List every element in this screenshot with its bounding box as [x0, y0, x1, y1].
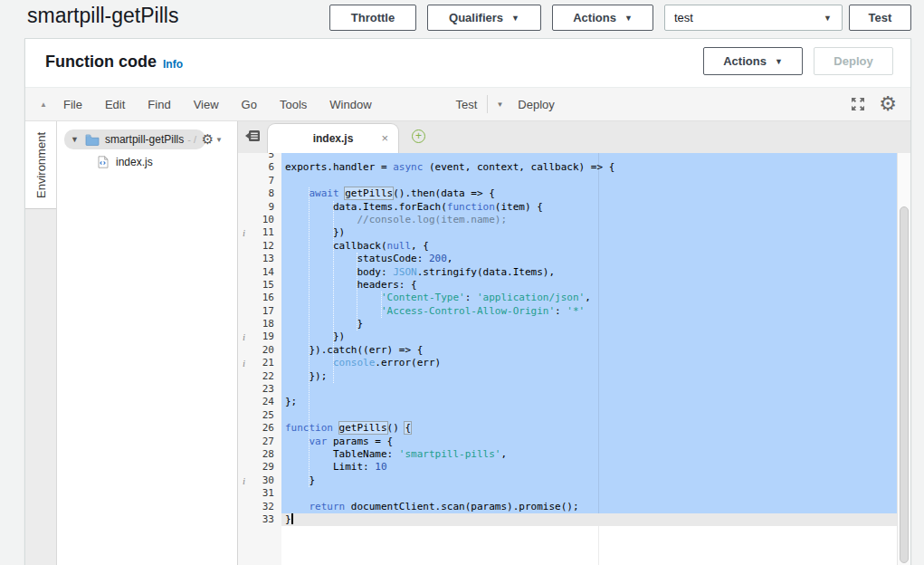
code-line[interactable]: 5	[238, 153, 897, 161]
code-text[interactable]: Limit: 10	[281, 461, 897, 474]
menu-go[interactable]: Go	[242, 98, 257, 111]
code-line[interactable]: 22 });	[238, 370, 897, 383]
gutter-line-number[interactable]: 14	[238, 266, 281, 279]
menu-view[interactable]: View	[194, 98, 219, 111]
gutter-line-number[interactable]: 9	[238, 201, 281, 214]
code-line[interactable]: 33}	[238, 513, 897, 526]
code-text[interactable]: TableName: 'smartpill-pills',	[281, 448, 897, 461]
code-text[interactable]	[281, 409, 897, 422]
code-line[interactable]: 29 Limit: 10	[238, 461, 897, 474]
gutter-line-number[interactable]: 23	[238, 383, 281, 396]
gutter-line-number[interactable]: 17	[238, 305, 281, 318]
code-text[interactable]	[281, 175, 897, 187]
gutter-line-number[interactable]: 28	[238, 448, 281, 461]
gutter-line-number[interactable]: 26	[238, 422, 281, 435]
deploy-button-disabled[interactable]: Deploy	[814, 47, 893, 75]
test-button[interactable]: Test	[849, 5, 911, 31]
code-text[interactable]: 'Content-Type': 'application/json',	[281, 292, 897, 304]
code-line[interactable]: 15 headers: {	[238, 279, 897, 292]
gutter-line-number[interactable]: i19	[238, 330, 281, 343]
code-text[interactable]	[281, 487, 897, 500]
gutter-line-number[interactable]: 25	[238, 409, 281, 422]
info-marker-icon[interactable]: i	[243, 474, 245, 487]
code-editor[interactable]: 56exports.handler = async (event, contex…	[238, 153, 910, 565]
tree-settings-gear-icon[interactable]: ⚙▼	[202, 131, 223, 148]
code-text[interactable]	[281, 153, 897, 161]
menu-tools[interactable]: Tools	[280, 98, 307, 111]
code-line[interactable]: 17 'Access-Control-Allow-Origin': '*'	[238, 305, 897, 318]
info-link[interactable]: Info	[163, 58, 183, 71]
code-line[interactable]: 24};	[238, 396, 897, 408]
code-line[interactable]: 8 await getPills().then(data => {	[238, 187, 897, 200]
gutter-line-number[interactable]: i30	[238, 474, 281, 487]
code-line[interactable]: 20 }).catch((err) => {	[238, 344, 897, 357]
gutter-line-number[interactable]: 29	[238, 461, 281, 474]
gutter-line-number[interactable]: 20	[238, 344, 281, 357]
tab-indexjs[interactable]: index.js ×	[267, 123, 399, 153]
code-text[interactable]: }	[281, 474, 897, 487]
menu-window[interactable]: Window	[329, 98, 371, 111]
gutter-line-number[interactable]: 27	[238, 436, 281, 448]
collapse-menubar-icon[interactable]: ▲	[40, 101, 63, 109]
scrollbar-thumb[interactable]	[900, 206, 909, 563]
code-text[interactable]: }	[281, 513, 897, 526]
info-marker-icon[interactable]: i	[243, 226, 245, 239]
code-line[interactable]: 26function getPills() {	[238, 422, 897, 435]
gutter-line-number[interactable]: 24	[238, 396, 281, 408]
settings-gear-icon[interactable]: ⚙	[879, 94, 897, 114]
menu-file[interactable]: File	[63, 98, 82, 111]
code-line[interactable]: i11 })	[238, 226, 897, 239]
code-line[interactable]: 27 var params = {	[238, 436, 897, 448]
code-line[interactable]: 23	[238, 383, 897, 396]
gutter-line-number[interactable]: 8	[238, 187, 281, 200]
gutter-line-number[interactable]: 7	[238, 175, 281, 187]
code-line[interactable]: i21 console.error(err)	[238, 357, 897, 369]
actions-dropdown-button[interactable]: Actions ▼	[552, 5, 653, 31]
test-event-select[interactable]: test ▼	[664, 5, 843, 31]
tab-list-icon[interactable]	[245, 129, 261, 142]
code-text[interactable]: exports.handler = async (event, context,…	[281, 161, 897, 174]
code-text[interactable]: return documentClient.scan(params).promi…	[281, 501, 897, 513]
code-line[interactable]: 7	[238, 175, 897, 187]
code-lines[interactable]: 56exports.handler = async (event, contex…	[238, 153, 897, 526]
menu-deploy[interactable]: Deploy	[518, 98, 554, 111]
code-text[interactable]: await getPills().then(data => {	[281, 187, 897, 200]
code-text[interactable]: })	[281, 330, 897, 343]
vertical-scrollbar[interactable]	[897, 153, 910, 565]
gutter-line-number[interactable]: i11	[238, 226, 281, 239]
code-text[interactable]: function getPills() {	[281, 422, 897, 435]
info-marker-icon[interactable]: i	[243, 357, 245, 369]
code-text[interactable]: data.Items.forEach(function(item) {	[281, 201, 897, 214]
code-line[interactable]: 6exports.handler = async (event, context…	[238, 161, 897, 174]
code-text[interactable]: //console.log(item.name);	[281, 214, 897, 226]
gutter-line-number[interactable]: 6	[238, 161, 281, 174]
add-tab-button[interactable]: +	[412, 129, 425, 143]
code-line[interactable]: 25	[238, 409, 897, 422]
gutter-line-number[interactable]: 12	[238, 240, 281, 253]
code-text[interactable]: }).catch((err) => {	[281, 344, 897, 357]
code-text[interactable]: statusCode: 200,	[281, 253, 897, 265]
code-text[interactable]: var params = {	[281, 436, 897, 448]
code-line[interactable]: i30 }	[238, 474, 897, 487]
code-text[interactable]: }	[281, 318, 897, 330]
code-line[interactable]: 14 body: JSON.stringify(data.Items),	[238, 266, 897, 279]
code-line[interactable]: 12 callback(null, {	[238, 240, 897, 253]
code-text[interactable]: headers: {	[281, 279, 897, 292]
gutter-line-number[interactable]: 15	[238, 279, 281, 292]
code-text[interactable]	[281, 383, 897, 396]
code-line[interactable]: 16 'Content-Type': 'application/json',	[238, 292, 897, 304]
tree-folder-row[interactable]: ▼ smartpill-getPills - / ⚙▼	[57, 129, 237, 149]
code-actions-dropdown-button[interactable]: Actions ▼	[703, 47, 803, 75]
environment-tab[interactable]: Environment	[25, 121, 56, 209]
tab-close-icon[interactable]: ×	[381, 131, 388, 145]
code-text[interactable]: 'Access-Control-Allow-Origin': '*'	[281, 305, 897, 318]
code-text[interactable]: });	[281, 370, 897, 383]
folder-expand-chevron-icon[interactable]: ▼	[71, 135, 79, 144]
menu-find[interactable]: Find	[148, 98, 170, 111]
code-line[interactable]: i19 })	[238, 330, 897, 343]
gutter-line-number[interactable]: 22	[238, 370, 281, 383]
gutter-line-number[interactable]: 13	[238, 253, 281, 265]
code-line[interactable]: 13 statusCode: 200,	[238, 253, 897, 265]
code-line[interactable]: 28 TableName: 'smartpill-pills',	[238, 448, 897, 461]
code-line[interactable]: 32 return documentClient.scan(params).pr…	[238, 501, 897, 513]
